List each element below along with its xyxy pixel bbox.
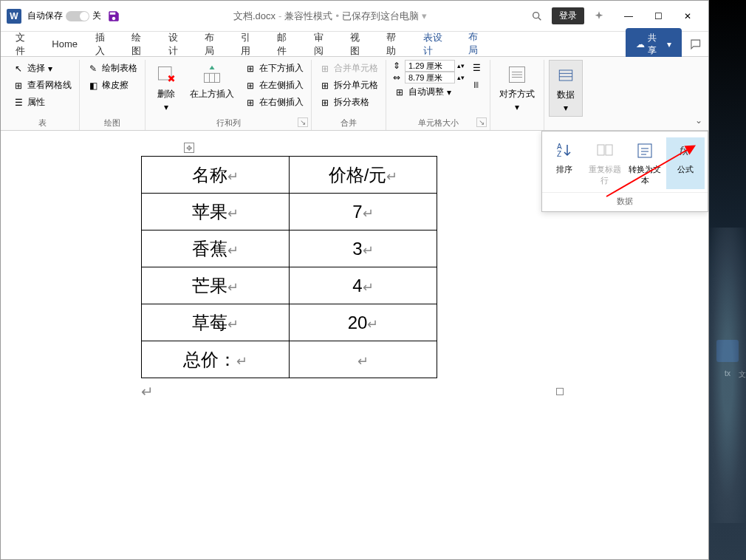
align-icon (505, 63, 529, 86)
merge-cells-button: ⊞合并单元格 (316, 60, 381, 77)
dialog-launcher-cell-size[interactable]: ↘ (476, 117, 487, 127)
table-row: 芒果↵ 4↵ (142, 267, 437, 304)
svg-point-0 (533, 12, 539, 18)
chevron-down-icon: ▾ (515, 102, 519, 112)
col-width-input[interactable]: ⇔▴▾ (391, 72, 465, 83)
document-title: 文档.docx - 兼容性模式 • 已保存到这台电脑 ▾ (129, 10, 531, 23)
width-icon: ⇔ (391, 72, 403, 83)
repeat-header-button: 重复标题行 (586, 137, 625, 189)
split-table-icon: ⊞ (319, 97, 331, 109)
share-button[interactable]: ☁ 共享 ▾ (626, 28, 682, 61)
sparkle-icon[interactable] (593, 10, 605, 22)
save-icon[interactable] (107, 10, 120, 23)
insert-below-icon: ⊞ (244, 63, 256, 75)
sort-icon: AZ (554, 140, 575, 161)
data-button[interactable]: 数据 ▾ (549, 60, 583, 117)
svg-rect-19 (638, 144, 651, 157)
table-cell: 名称↵ (142, 157, 290, 194)
autosave-label: 自动保存 (27, 10, 63, 22)
distribute-cols-button[interactable]: ⫼ (468, 76, 485, 92)
split-table-button[interactable]: ⊞拆分表格 (316, 94, 381, 111)
chevron-down-icon: ▾ (564, 103, 568, 113)
insert-above-icon (200, 63, 224, 86)
svg-line-1 (538, 18, 541, 20)
convert-text-icon (634, 140, 655, 161)
repeat-header-icon (595, 140, 615, 161)
table-cell: 草莓↵ (142, 304, 290, 341)
grid-icon: ⊞ (13, 80, 24, 92)
autofit-icon: ⊞ (394, 86, 405, 98)
table-cell: 价格/元↵ (290, 157, 437, 194)
tab-home[interactable]: Home (43, 34, 86, 54)
eraser-icon: ◧ (87, 80, 99, 92)
delete-icon (154, 63, 178, 86)
table-cell: 芒果↵ (142, 267, 290, 304)
toggle-switch-icon[interactable] (66, 11, 89, 21)
ribbon-group-rows-cols: 删除 ▾ 在上方插入 ⊞在下方插入 ⊞在左侧插入 ⊞在右侧插入 行和列 ↘ (146, 60, 312, 130)
data-dropdown-panel: AZ 排序 重复标题行 转换为文本 fx 公式 数据 (541, 131, 708, 212)
comments-icon[interactable] (689, 38, 702, 51)
paragraph-mark: ↵ (141, 383, 648, 400)
close-button[interactable]: ✕ (673, 4, 702, 28)
table-cell: 4↵ (290, 267, 437, 304)
table-cell: ↵ (290, 341, 437, 378)
insert-left-icon: ⊞ (244, 80, 256, 92)
autosave-state: 关 (92, 10, 101, 22)
desktop-file-label-1: tx (713, 369, 742, 378)
group-label-draw: 绘图 (84, 116, 140, 130)
ribbon-tabs: 文件 Home 插入 绘图 设计 布局 引用 邮件 审阅 视图 帮助 表设计 布… (1, 32, 708, 57)
height-icon: ⇕ (391, 60, 403, 72)
dropdown-group-label: 数据 (542, 192, 708, 210)
row-height-input[interactable]: ⇕▴▾ (391, 60, 465, 72)
desktop-background: tx 文 (709, 0, 746, 560)
chevron-down-icon: ▾ (667, 39, 671, 49)
dialog-launcher-rows-cols[interactable]: ↘ (298, 117, 308, 127)
table-cell: 香蕉↵ (142, 231, 290, 267)
login-button[interactable]: 登录 (552, 7, 584, 24)
insert-above-button[interactable]: 在上方插入 (185, 60, 239, 103)
ribbon-group-draw: ✎绘制表格 ◧橡皮擦 绘图 (80, 60, 146, 130)
chevron-down-icon: ▾ (164, 102, 168, 112)
split-cells-button[interactable]: ⊞拆分单元格 (316, 77, 381, 94)
table-resize-handle[interactable] (556, 388, 564, 395)
word-table[interactable]: 名称↵ 价格/元↵ 苹果↵ 7↵ 香蕉↵ 3↵ 芒果↵ 4↵ 草莓↵ 20↵ (141, 156, 437, 378)
alignment-button[interactable]: 对齐方式 ▾ (495, 60, 539, 115)
document-area[interactable]: AZ 排序 重复标题行 转换为文本 fx 公式 数据 ✥ (1, 131, 708, 559)
autofit-button[interactable]: ⊞自动调整 ▾ (391, 83, 465, 100)
delete-button[interactable]: 删除 ▾ (150, 60, 182, 115)
properties-button[interactable]: ☰属性 (10, 94, 75, 111)
svg-text:Z: Z (557, 150, 561, 158)
word-application-window: W 自动保存 关 文档.docx - 兼容性模式 • 已保存到这台电脑 ▾ 登录… (0, 0, 709, 560)
ribbon-group-cell-size: ⇕▴▾ ⇔▴▾ ⊞自动调整 ▾ ☰ ⫼ 单元格大小 ↘ (386, 60, 490, 130)
table-cell: 7↵ (290, 194, 437, 231)
view-gridlines-button[interactable]: ⊞查看网格线 (10, 77, 75, 94)
search-icon[interactable] (531, 10, 543, 22)
desktop-file-icon[interactable] (713, 340, 742, 363)
draw-table-button[interactable]: ✎绘制表格 (84, 60, 140, 77)
table-row: 总价：↵ ↵ (142, 341, 437, 378)
distribute-rows-icon: ☰ (470, 62, 482, 74)
cursor-icon: ↖ (13, 63, 24, 75)
distribute-cols-icon: ⫼ (470, 78, 482, 90)
pencil-icon: ✎ (87, 63, 99, 75)
autosave-toggle[interactable]: 自动保存 关 (27, 10, 101, 22)
table-cell: 3↵ (290, 231, 437, 267)
maximize-button[interactable]: ☐ (643, 4, 673, 28)
table-row: 香蕉↵ 3↵ (142, 231, 437, 267)
distribute-rows-button[interactable]: ☰ (468, 60, 485, 76)
insert-below-button[interactable]: ⊞在下方插入 (242, 60, 307, 77)
ribbon-group-data: 数据 ▾ (544, 60, 587, 130)
insert-left-button[interactable]: ⊞在左侧插入 (242, 77, 307, 94)
table-row: 名称↵ 价格/元↵ (142, 157, 437, 194)
minimize-button[interactable]: — (614, 4, 643, 28)
share-icon: ☁ (636, 39, 645, 49)
select-button[interactable]: ↖选择 ▾ (10, 60, 75, 77)
insert-right-button[interactable]: ⊞在右侧插入 (242, 94, 307, 111)
collapse-ribbon-button[interactable]: ⌄ (695, 115, 702, 126)
insert-right-icon: ⊞ (244, 97, 256, 109)
table-move-handle[interactable]: ✥ (184, 143, 194, 153)
eraser-button[interactable]: ◧橡皮擦 (84, 77, 140, 94)
sort-button[interactable]: AZ 排序 (545, 137, 584, 189)
svg-rect-17 (598, 145, 604, 155)
data-icon (554, 64, 578, 87)
